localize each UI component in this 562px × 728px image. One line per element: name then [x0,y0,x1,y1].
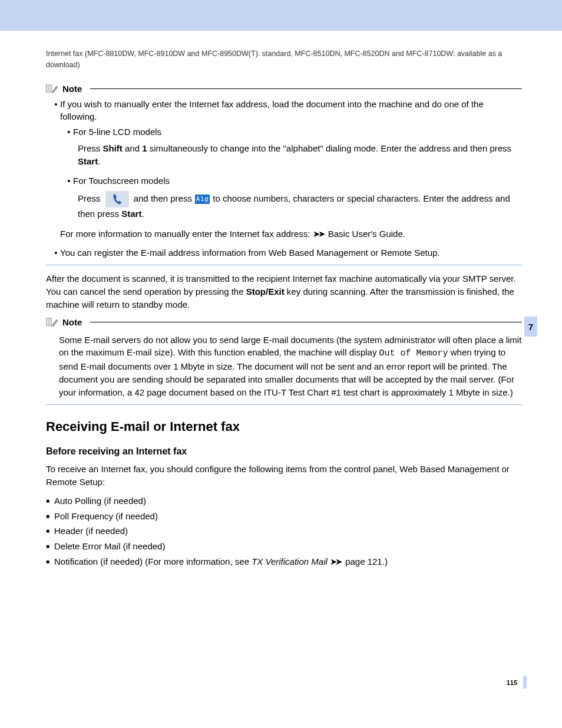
note-label: Note [62,317,82,327]
list-item: Auto Polling (if needed) [54,495,522,508]
square-bullet-icon: ■ [46,510,54,523]
note-icon [46,84,59,94]
bullet-mark: • [65,174,73,187]
bullet-mark: • [52,246,60,259]
footer-accent [523,676,527,689]
square-bullet-icon: ■ [46,555,54,568]
note-block-1: Note • If you wish to manually enter the… [46,84,522,259]
note1-sub-a-body: Press Shift and 1 simultaneously to chan… [52,142,522,168]
list-item: Header (if needed) [54,525,522,538]
list-item: Poll Frequency (if needed) [54,510,522,523]
note1-sub-a-label: For 5-line LCD models [73,126,522,139]
list-item: Delete Error Mail (if needed) [54,540,522,553]
bullet-mark: • [65,126,73,139]
subsection-heading: Before receiving an Internet fax [46,446,522,457]
divider [46,404,522,405]
chapter-tab: 7 [524,317,537,337]
square-bullet-icon: ■ [46,540,54,553]
note2-body: Some E-mail servers do not allow you to … [46,334,522,399]
note-icon [46,317,59,328]
note-block-2: Note Some E-mail servers do not allow yo… [46,317,522,399]
see-arrow-icon: ➤➤ [330,556,340,566]
page-number: 115 [507,679,517,686]
note1-sub-b-label: For Touchscreen models [73,174,522,187]
page-footer: 115 [0,663,562,698]
note1-bullet1: If you wish to manually enter the Intern… [60,98,522,124]
square-bullet-icon: ■ [46,525,54,538]
bullet-mark: • [52,98,60,124]
section-intro: To receive an Internet fax, you should c… [46,463,522,489]
page-header-text: Internet fax (MFC-8810DW, MFC-8910DW and… [46,48,522,71]
top-banner [0,0,562,31]
list-item: Notification (if needed) (For more infor… [54,555,522,568]
note1-more-info: For more information to manually enter t… [52,228,522,241]
note-label: Note [62,84,82,94]
a1at-key-icon: A1@ [195,195,210,205]
square-bullet-icon: ■ [46,495,54,508]
note-rule [90,322,522,322]
note1-bullet2: You can register the E-mail address info… [60,246,522,259]
note-rule [90,88,522,89]
body-paragraph: After the document is scanned, it is tra… [46,272,522,311]
phone-icon [105,191,129,207]
see-arrow-icon: ➤➤ [313,229,323,239]
divider [46,265,522,265]
section-heading: Receiving E-mail or Internet fax [46,419,522,434]
note1-sub-b-body: Press and then press A1@ to choose numbe… [52,191,522,220]
